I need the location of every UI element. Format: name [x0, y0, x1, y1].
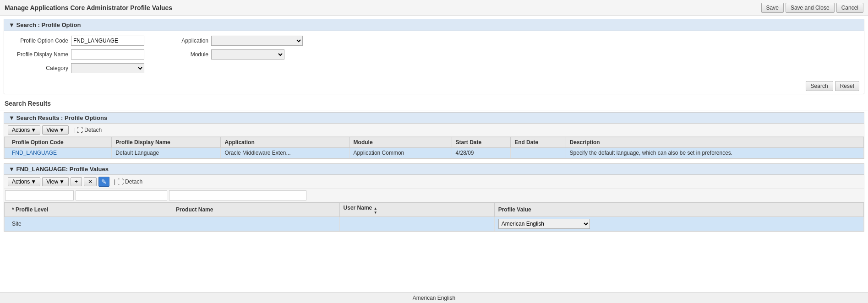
delete-icon: ✕ — [88, 179, 93, 185]
cell-application: Oracle Middleware Exten... — [221, 148, 349, 158]
profile-values-section: ▼ FND_LANGUAGE: Profile Values Actions ▼… — [4, 163, 864, 232]
pv-row-indicator — [5, 217, 8, 231]
pv-detach-separator: | — [114, 179, 115, 185]
profile-values-table: * Profile Level Product Name User Name ▲… — [4, 202, 864, 231]
table-row[interactable]: FND_LANGUAGE Default Language Oracle Mid… — [5, 148, 864, 158]
pv-cell-user-name — [339, 217, 494, 231]
pv-collapse-triangle[interactable]: ▼ — [9, 166, 16, 173]
pv-cell-profile-level: Site — [8, 217, 172, 231]
pv-detach-link[interactable]: ⛶ Detach — [117, 178, 142, 185]
collapse-triangle[interactable]: ▼ — [9, 22, 15, 28]
pv-delete-button[interactable]: ✕ — [84, 177, 97, 186]
sort-desc-icon: ▼ — [374, 211, 377, 215]
results-actions-label: Actions — [12, 127, 30, 133]
th-profile-display-name: Profile Display Name — [112, 137, 221, 148]
th-start-date: Start Date — [452, 137, 511, 148]
search-form: Profile Option Code FND_LANGUAGE Applica… — [4, 31, 864, 78]
search-buttons: Search Reset — [4, 78, 864, 94]
category-group: Category — [13, 63, 144, 73]
application-select[interactable] — [211, 36, 303, 46]
category-label: Category — [13, 65, 68, 71]
pv-view-button[interactable]: View ▼ — [42, 177, 69, 186]
th-indicator — [5, 137, 8, 148]
results-detach-link[interactable]: ⛶ Detach — [76, 126, 102, 134]
search-row-3: Category — [13, 63, 855, 73]
sort-asc-icon: ▲ — [374, 206, 377, 211]
module-group: Module — [153, 49, 284, 60]
filter-product-name[interactable] — [76, 190, 167, 200]
results-actions-button[interactable]: Actions ▼ — [8, 125, 40, 135]
results-view-label: View — [46, 127, 58, 133]
pv-cell-profile-value[interactable]: American English — [494, 217, 863, 231]
pv-header-row: * Profile Level Product Name User Name ▲… — [5, 203, 864, 217]
cell-profile-option-code: FND_LANGUAGE — [8, 148, 112, 158]
results-actions-arrow: ▼ — [31, 127, 36, 133]
search-section: ▼ Search : Profile Option Profile Option… — [4, 19, 864, 94]
filter-row — [4, 189, 864, 202]
th-application: Application — [221, 137, 349, 148]
pv-detach-icon: ⛶ — [117, 178, 124, 185]
pv-th-indicator — [5, 203, 8, 217]
profile-values-toolbar: Actions ▼ View ▼ + ✕ ✎ | ⛶ Detach — [4, 175, 864, 189]
search-row-1: Profile Option Code FND_LANGUAGE Applica… — [13, 36, 855, 46]
results-collapse-triangle[interactable]: ▼ — [9, 114, 16, 121]
search-row-2: Profile Display Name Module — [13, 49, 855, 60]
pv-edit-button[interactable]: ✎ — [98, 177, 109, 187]
profile-display-name-label: Profile Display Name — [13, 51, 68, 58]
pv-th-product-name: Product Name — [172, 203, 339, 217]
page-title-container: Manage Applications Core Administrator P… — [5, 4, 172, 11]
top-bar-buttons: Save Save and Close Cancel — [761, 3, 863, 13]
save-button[interactable]: Save — [761, 3, 784, 13]
cancel-button[interactable]: Cancel — [836, 3, 863, 13]
sort-icons-user-name[interactable]: ▲ ▼ — [374, 206, 377, 215]
row-indicator — [5, 148, 8, 158]
search-button[interactable]: Search — [806, 81, 833, 91]
pv-actions-button[interactable]: Actions ▼ — [8, 177, 40, 186]
results-table-header: ▼ Search Results : Profile Options — [4, 113, 864, 124]
save-close-button[interactable]: Save and Close — [786, 3, 835, 13]
filter-user-name[interactable] — [169, 190, 306, 200]
filter-profile-level[interactable] — [5, 190, 74, 200]
cell-module: Application Common — [349, 148, 452, 158]
application-group: Application — [153, 36, 303, 46]
pv-actions-arrow: ▼ — [31, 179, 36, 185]
results-table-header-row: Profile Option Code Profile Display Name… — [5, 137, 864, 148]
category-select[interactable] — [71, 63, 144, 73]
cell-profile-display-name: Default Language — [112, 148, 221, 158]
cell-description: Specify the default language, which can … — [566, 148, 863, 158]
th-profile-option-code: Profile Option Code — [8, 137, 112, 148]
module-label: Module — [153, 51, 208, 58]
pv-detach-label: Detach — [125, 179, 142, 185]
profile-values-title: FND_LANGUAGE: Profile Values — [16, 166, 109, 173]
page-title: Manage Applications Core Administrator P… — [5, 4, 172, 11]
results-table: Profile Option Code Profile Display Name… — [4, 137, 864, 158]
profile-option-code-input[interactable]: FND_LANGUAGE — [71, 36, 144, 46]
add-icon: + — [75, 179, 78, 185]
search-section-title: Search : Profile Option — [16, 22, 81, 28]
th-description: Description — [566, 137, 863, 148]
profile-values-header: ▼ FND_LANGUAGE: Profile Values — [4, 164, 864, 175]
pv-add-button[interactable]: + — [71, 177, 82, 186]
pv-cell-product-name — [172, 217, 339, 231]
pv-view-label: View — [46, 179, 58, 185]
profile-display-name-input[interactable] — [71, 49, 144, 60]
th-end-date: End Date — [511, 137, 566, 148]
pv-th-profile-level: * Profile Level — [8, 203, 172, 217]
results-detach-icon: ⛶ — [76, 126, 83, 134]
edit-icon: ✎ — [101, 178, 107, 185]
pv-table-row[interactable]: Site American English — [5, 217, 864, 231]
cell-start-date: 4/28/09 — [452, 148, 511, 158]
results-detach-separator: | — [73, 127, 75, 133]
profile-value-select[interactable]: American English — [498, 219, 590, 229]
profile-option-code-label: Profile Option Code — [13, 38, 68, 44]
pv-th-profile-value: Profile Value — [494, 203, 863, 217]
pv-th-user-name: User Name ▲ ▼ — [339, 203, 494, 217]
profile-display-name-group: Profile Display Name — [13, 49, 144, 60]
th-module: Module — [349, 137, 452, 148]
results-toolbar: Actions ▼ View ▼ | ⛶ Detach — [4, 124, 864, 137]
results-view-button[interactable]: View ▼ — [42, 125, 69, 135]
search-results-label: Search Results — [0, 97, 868, 110]
top-bar: Manage Applications Core Administrator P… — [0, 0, 868, 16]
module-select[interactable] — [211, 49, 284, 60]
reset-button[interactable]: Reset — [835, 81, 859, 91]
